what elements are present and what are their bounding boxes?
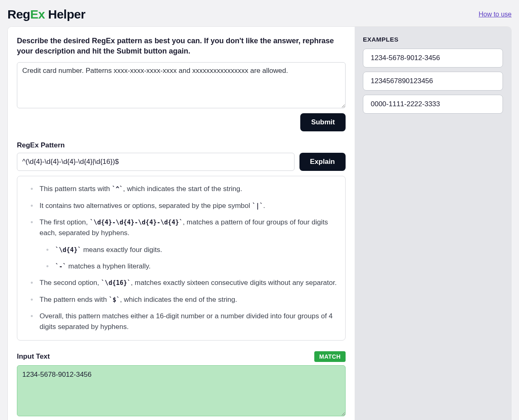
prompt-label: Describe the desired RegEx pattern as be… — [17, 36, 346, 56]
input-text-field[interactable] — [17, 365, 346, 416]
submit-button[interactable]: Submit — [300, 113, 346, 131]
explanation-subitem: `\d{4}` means exactly four digits. — [46, 245, 337, 255]
examples-sidebar: EXAMPLES 1234-5678-9012-3456 12345678901… — [355, 27, 511, 420]
logo-text-accent: Ex — [30, 7, 45, 21]
code-snippet: `$` — [109, 296, 120, 303]
main-panel: Describe the desired RegEx pattern as be… — [8, 27, 355, 420]
explanation-subitem: `-` matches a hyphen literally. — [46, 261, 337, 272]
explain-button[interactable]: Explain — [299, 153, 346, 171]
explanation-box: This pattern starts with `^`, which indi… — [17, 176, 346, 340]
match-badge: MATCH — [314, 351, 346, 362]
code-snippet: `^` — [112, 185, 123, 193]
examples-title: EXAMPLES — [363, 36, 503, 43]
regex-pattern-label: RegEx Pattern — [17, 141, 346, 149]
explanation-item: The second option, `\d{16}`, matches exa… — [30, 278, 337, 288]
description-input[interactable] — [17, 62, 346, 108]
example-item[interactable]: 0000-1111-2222-3333 — [363, 95, 503, 114]
topbar: RegEx Helper How to use — [7, 4, 512, 26]
code-snippet: `\d{16}` — [101, 279, 131, 287]
example-item[interactable]: 1234-5678-9012-3456 — [363, 49, 503, 68]
logo-text-pre: Reg — [7, 7, 30, 21]
logo-text-post: Helper — [45, 7, 85, 21]
how-to-use-link[interactable]: How to use — [479, 11, 512, 18]
explanation-item: The pattern ends with `$`, which indicat… — [30, 294, 337, 305]
code-snippet: `\d{4}` — [55, 246, 81, 254]
code-snippet: `|` — [252, 202, 263, 210]
explanation-item: The first option, `\d{4}-\d{4}-\d{4}-\d{… — [30, 217, 337, 272]
code-snippet: `\d{4}-\d{4}-\d{4}-\d{4}` — [90, 219, 183, 226]
explanation-item: Overall, this pattern matches either a 1… — [30, 311, 337, 333]
example-item[interactable]: 1234567890123456 — [363, 72, 503, 91]
input-text-label: Input Text — [17, 352, 50, 361]
regex-pattern-input[interactable] — [17, 153, 295, 171]
app-logo: RegEx Helper — [7, 7, 85, 21]
explanation-item: It contains two alternatives or options,… — [30, 201, 337, 211]
explanation-item: This pattern starts with `^`, which indi… — [30, 184, 337, 194]
code-snippet: `-` — [55, 263, 66, 270]
